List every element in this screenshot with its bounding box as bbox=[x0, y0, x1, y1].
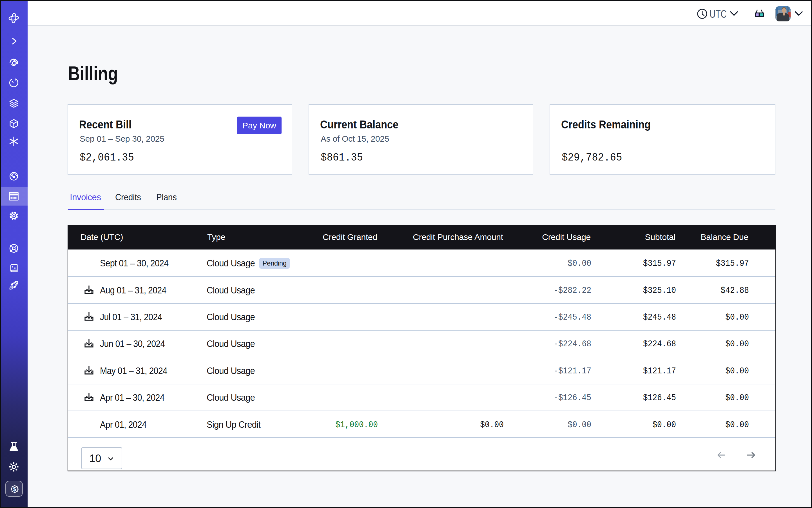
svg-text:$: $ bbox=[13, 486, 16, 492]
